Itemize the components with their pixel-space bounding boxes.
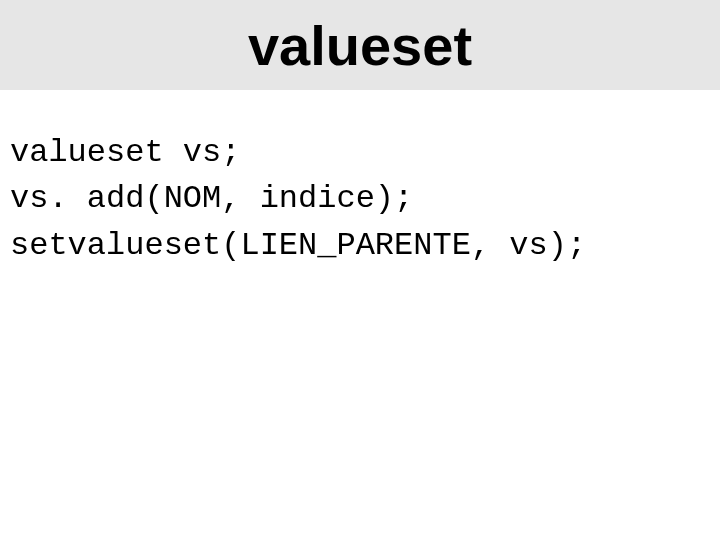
title-bar: valueset xyxy=(0,0,720,90)
slide: valueset valueset vs; vs. add(NOM, indic… xyxy=(0,0,720,540)
code-line-2: vs. add(NOM, indice); xyxy=(10,176,710,222)
code-line-3: setvalueset(LIEN_PARENTE, vs); xyxy=(10,223,710,269)
slide-title: valueset xyxy=(248,13,472,78)
code-line-1: valueset vs; xyxy=(10,130,710,176)
slide-body: valueset vs; vs. add(NOM, indice); setva… xyxy=(0,90,720,269)
